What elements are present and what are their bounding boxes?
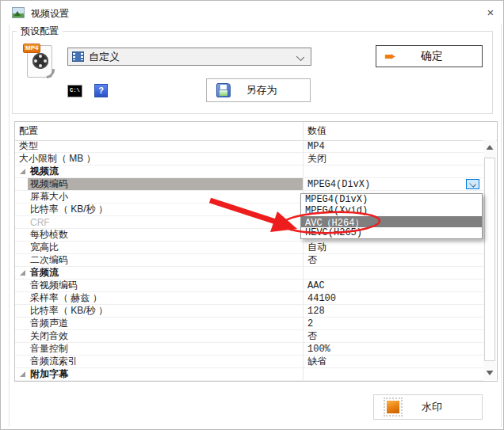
close-icon[interactable]: ×: [482, 5, 499, 21]
collapse-triangle-icon[interactable]: [20, 270, 25, 276]
row-label-cell[interactable]: 宽高比: [15, 242, 304, 254]
table-row[interactable]: 采样率（ 赫兹 ）44100: [15, 292, 483, 305]
row-label-cell[interactable]: 视频编码: [15, 178, 304, 191]
preset-groupbox: 预设配置 MP4 自定义 ➨ 确定 C:\ ? 另存为: [12, 31, 493, 114]
row-label-cell[interactable]: 采样率（ 赫兹 ）: [15, 292, 304, 305]
row-value-cell[interactable]: 128: [304, 305, 483, 318]
row-value-cell[interactable]: 否: [304, 254, 483, 267]
collapse-triangle-icon[interactable]: [20, 371, 25, 377]
column-header-value[interactable]: 数值: [304, 122, 497, 140]
command-line-icon[interactable]: C:\: [67, 85, 82, 97]
row-label-cell[interactable]: 关闭音效: [15, 330, 304, 343]
table-row[interactable]: 音频流: [15, 267, 483, 280]
settings-table: 配置 数值 类型MP4大小限制（ MB ）关闭视频流视频编码MPEG4(DivX…: [14, 121, 498, 382]
row-value: 44100: [307, 293, 336, 304]
row-value-cell[interactable]: 关闭: [304, 153, 483, 166]
row-label-cell[interactable]: CRF: [15, 216, 304, 229]
preset-group-label: 预设配置: [17, 25, 63, 38]
dropdown-option[interactable]: MPEG4(DivX): [301, 194, 482, 205]
row-label: 音视频编码: [30, 280, 78, 292]
mp4-file-icon: MP4: [24, 44, 52, 78]
row-label: 附加字幕: [30, 368, 68, 381]
row-label-cell[interactable]: 音频声道: [15, 318, 304, 330]
row-label-cell[interactable]: 音频流索引: [15, 356, 304, 368]
row-value-cell[interactable]: MP4: [304, 140, 483, 153]
row-label-cell[interactable]: 附加字幕: [15, 368, 304, 381]
table-row[interactable]: 音视频编码AAC: [15, 280, 483, 292]
table-row[interactable]: 附加字幕: [15, 368, 483, 381]
row-label-cell[interactable]: 音视频编码: [15, 280, 304, 292]
dropdown-option[interactable]: AVC（H264）: [301, 216, 482, 227]
row-value-cell[interactable]: AAC: [304, 280, 483, 292]
row-value-cell[interactable]: 44100: [304, 292, 483, 305]
video-settings-dialog: 视频设置 × 预设配置 MP4 自定义 ➨ 确定 C:\ ? 另存为 配置: [0, 0, 504, 430]
value-dropdown-button[interactable]: [466, 179, 479, 189]
scrollbar-up-button[interactable]: [483, 140, 496, 154]
row-label: 视频编码: [30, 178, 68, 191]
collapse-triangle-icon[interactable]: [20, 169, 25, 174]
save-as-button-label: 另存为: [231, 83, 292, 97]
row-value: 关闭: [307, 152, 326, 166]
row-value-cell[interactable]: MPEG4(DivX): [304, 178, 483, 191]
profile-combobox[interactable]: 自定义: [67, 48, 311, 66]
row-label-cell[interactable]: 比特率（ KB/秒 ）: [15, 204, 304, 216]
row-label-cell[interactable]: 音量控制: [15, 343, 304, 356]
orange-arrow-icon: ➨: [384, 49, 396, 63]
table-row[interactable]: 比特率（ KB/秒 ）128: [15, 305, 483, 318]
row-value-cell[interactable]: [304, 166, 483, 178]
watermark-button[interactable]: 水印: [373, 394, 483, 420]
table-row[interactable]: 二次编码否: [15, 254, 483, 267]
table-row[interactable]: 音量控制100%: [15, 343, 483, 356]
row-value-cell[interactable]: [304, 368, 483, 381]
row-label: 视频流: [30, 166, 59, 178]
help-icon[interactable]: ?: [94, 84, 108, 97]
row-value-cell[interactable]: 2: [304, 318, 483, 330]
dropdown-option[interactable]: MPEG4(Xvid): [301, 205, 482, 216]
watermark-button-label: 水印: [403, 400, 461, 414]
row-value-cell[interactable]: 否: [304, 330, 483, 343]
save-as-button[interactable]: 另存为: [206, 78, 311, 102]
row-value-cell[interactable]: 100%: [304, 343, 483, 356]
table-row[interactable]: 视频流: [15, 166, 483, 178]
row-label: 屏幕大小: [30, 191, 68, 204]
column-header-config[interactable]: 配置: [15, 122, 304, 140]
row-label: 音频流索引: [30, 356, 78, 368]
filmstrip-icon: [72, 51, 84, 62]
triangle-up-icon: [487, 145, 494, 150]
row-label-cell[interactable]: 二次编码: [15, 254, 304, 267]
row-label: 二次编码: [30, 254, 68, 267]
row-label-cell[interactable]: 类型: [15, 140, 304, 153]
row-label-cell[interactable]: 比特率（ KB/秒 ）: [15, 305, 304, 318]
row-value: 缺省: [307, 355, 326, 368]
row-value-cell[interactable]: 缺省: [304, 356, 483, 368]
row-label-cell[interactable]: 大小限制（ MB ）: [15, 153, 304, 166]
row-label: 关闭音效: [30, 330, 68, 343]
row-value-cell[interactable]: [304, 267, 483, 280]
table-header: 配置 数值: [15, 122, 497, 141]
vertical-scrollbar[interactable]: [483, 140, 496, 380]
row-value-cell[interactable]: 自动: [304, 242, 483, 254]
row-label-cell[interactable]: 音频流: [15, 267, 304, 280]
table-row[interactable]: 关闭音效否: [15, 330, 483, 343]
ok-button[interactable]: ➨ 确定: [376, 45, 483, 67]
row-label: 大小限制（ MB ）: [19, 153, 96, 166]
scrollbar-down-button[interactable]: [483, 366, 496, 380]
ok-button-label: 确定: [396, 49, 468, 63]
dropdown-option[interactable]: HEVC(H265): [301, 227, 482, 238]
frame-right-divider: [501, 25, 502, 427]
table-row[interactable]: 音频流索引缺省: [15, 356, 483, 368]
row-value: 100%: [307, 344, 330, 355]
table-row[interactable]: 音频声道2: [15, 318, 483, 330]
table-row[interactable]: 大小限制（ MB ）关闭: [15, 153, 483, 166]
row-label: 音频声道: [30, 318, 68, 330]
table-row[interactable]: 宽高比自动: [15, 242, 483, 254]
row-label-cell[interactable]: 屏幕大小: [15, 191, 304, 204]
row-label: 比特率（ KB/秒 ）: [30, 204, 108, 216]
table-row[interactable]: 视频编码MPEG4(DivX): [15, 178, 483, 191]
table-row[interactable]: 类型MP4: [15, 140, 483, 153]
row-label-cell[interactable]: 视频流: [15, 166, 304, 178]
row-value: MP4: [307, 141, 325, 152]
scrollbar-thumb[interactable]: [484, 158, 495, 361]
stamp-icon: [384, 398, 403, 417]
row-label-cell[interactable]: 每秒桢数: [15, 229, 304, 242]
